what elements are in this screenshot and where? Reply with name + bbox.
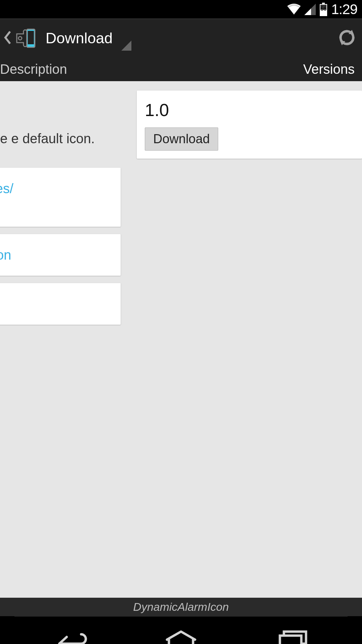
svg-rect-7 [280, 636, 301, 644]
tab-description[interactable]: Description [0, 62, 67, 77]
module-title-fragment: n [0, 95, 121, 113]
app-icon[interactable] [13, 26, 36, 50]
battery-level: 56 [320, 6, 326, 12]
link-card-module[interactable]: e/435 [0, 283, 121, 325]
status-bar: 56 1:29 [0, 0, 362, 18]
versions-page: 1.0 Download [137, 91, 362, 159]
svg-point-6 [18, 37, 22, 40]
action-bar: Download [0, 18, 362, 57]
actionbar-title[interactable]: Download [46, 30, 113, 47]
github-link[interactable]: nZ/DynamicAlarmIcon [0, 248, 11, 262]
link-card-github[interactable]: nZ/DynamicAlarmIcon [0, 234, 121, 276]
navigation-bar [0, 616, 362, 644]
svg-rect-5 [28, 31, 34, 44]
nav-home-icon[interactable] [161, 629, 201, 644]
refresh-icon[interactable] [337, 28, 357, 49]
tab-versions[interactable]: Versions [303, 62, 355, 77]
tabs: Description Versions [0, 57, 362, 81]
module-name: DynamicAlarmIcon [133, 600, 229, 613]
link-card-forum[interactable]: .com/xposed/modules/9 [0, 168, 121, 227]
wifi-icon [287, 4, 301, 15]
version-card: 1.0 Download [137, 91, 362, 159]
cell-signal-icon [304, 4, 316, 15]
nav-recents-icon[interactable] [273, 629, 313, 644]
footer: DynamicAlarmIcon [0, 598, 362, 616]
back-icon[interactable] [4, 30, 11, 46]
description-page: n tatus bar show you the e default icon.… [0, 81, 127, 332]
version-number: 1.0 [145, 100, 354, 120]
content-area[interactable]: n tatus bar show you the e default icon.… [0, 81, 362, 598]
nav-back-icon[interactable] [49, 629, 89, 644]
battery-icon: 56 [319, 3, 328, 16]
clock: 1:29 [331, 1, 357, 17]
download-button[interactable]: Download [145, 127, 218, 151]
module-description: tatus bar show you the e default icon. [0, 129, 121, 148]
forum-link[interactable]: .com/xposed/modules/9 [0, 181, 13, 213]
spinner-dropdown-icon[interactable] [121, 41, 131, 51]
svg-rect-0 [322, 3, 325, 4]
